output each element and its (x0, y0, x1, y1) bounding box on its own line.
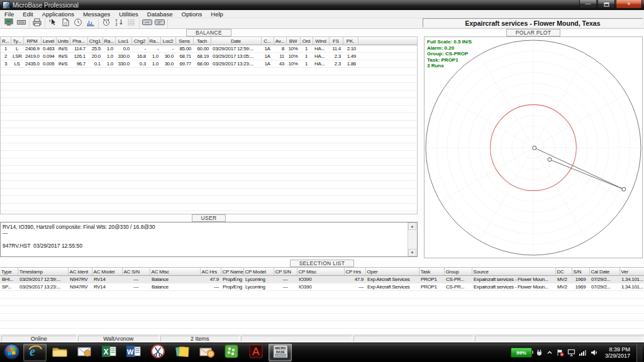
column-header[interactable]: Oper (365, 268, 419, 276)
toolbar-printer-button[interactable] (31, 19, 43, 28)
column-header[interactable]: Ver (619, 268, 644, 276)
action-center-flag-icon[interactable] (556, 349, 564, 356)
column-header[interactable]: Level (41, 37, 56, 45)
column-header[interactable]: Ra... (103, 37, 115, 45)
hidden-icons-chevron-icon[interactable] (547, 349, 553, 356)
column-header[interactable]: Wind (313, 37, 329, 45)
user-scrollbar[interactable]: ▲ ▼ (408, 222, 417, 256)
column-header[interactable]: Loc1 (115, 37, 131, 45)
column-header[interactable]: Tach (193, 37, 211, 45)
start-button[interactable] (0, 343, 23, 362)
menu-item-database[interactable]: Database (143, 10, 177, 18)
toolbar-keyboard-button[interactable] (15, 19, 28, 28)
column-header[interactable]: AC Model (92, 268, 122, 276)
table-row[interactable]: SP...03/29/2017 13:23:...N947RVRV14—Bala… (0, 283, 644, 291)
column-header[interactable]: CP Name (221, 268, 243, 276)
column-header[interactable]: Pha... (70, 37, 87, 45)
scroll-down-icon[interactable]: ▼ (408, 249, 416, 256)
column-header[interactable]: Timestamp (18, 268, 68, 276)
table-row[interactable]: 1L2406.90.463IN/S114.725.51.00.0---85.00… (1, 45, 417, 53)
toolbar-document-button[interactable] (59, 19, 72, 28)
column-header[interactable]: Cal Date (589, 268, 619, 276)
tray-clock[interactable]: 8:39 PM 3/29/2017 (602, 346, 633, 359)
column-header[interactable]: CP S/N (274, 268, 297, 276)
taskbar-live-mail[interactable] (72, 344, 96, 361)
column-header[interactable]: AC S/N (122, 268, 150, 276)
column-header[interactable]: Chg1 (87, 37, 103, 45)
show-desktop-button[interactable] (636, 343, 643, 362)
column-header[interactable]: R... (1, 37, 11, 45)
maximize-button[interactable] (597, 0, 615, 9)
column-header[interactable]: AC Ident (68, 268, 92, 276)
column-header[interactable]: Source (472, 268, 555, 276)
column-header[interactable]: CP Hrs (344, 268, 365, 276)
column-header[interactable]: CP Model (243, 268, 274, 276)
minimize-icon: — (586, 1, 591, 7)
taskbar-word[interactable]: W (121, 344, 145, 361)
column-header[interactable]: Ra... (148, 37, 160, 45)
column-header[interactable]: C... (261, 37, 274, 45)
toolbar-spectrum-button[interactable] (84, 19, 97, 28)
toolbar-display-sd-button[interactable] (153, 19, 166, 28)
volume-icon[interactable] (590, 349, 599, 356)
taskbar-windows-explorer[interactable] (48, 344, 71, 361)
titlebar[interactable]: MicroBase Professional — × (0, 0, 644, 10)
column-header[interactable]: Chg2 (131, 37, 148, 45)
toolbar-pointer-button[interactable] (47, 19, 59, 28)
taskbar-sticky-notes[interactable] (170, 344, 194, 361)
column-header[interactable]: AC Misc (150, 268, 200, 276)
scroll-up-icon[interactable]: ▲ (408, 222, 416, 230)
toolbar-clock-button[interactable] (72, 19, 84, 28)
menu-item-utilities[interactable]: Utilities (114, 10, 143, 18)
taskbar-internet-explorer[interactable]: e (23, 344, 47, 361)
column-header[interactable]: Ord (300, 37, 313, 45)
toolbar-monitor-button[interactable] (3, 19, 15, 28)
column-header[interactable]: Loc2 (160, 37, 175, 45)
table-row[interactable]: 2LSR2419.00.094IN/S126.120.01.0330.016.8… (1, 53, 417, 60)
menu-item-messages[interactable]: Messages (79, 10, 114, 18)
column-header[interactable]: Type (0, 268, 18, 276)
column-header[interactable]: Task (419, 268, 444, 276)
column-header[interactable]: Sens (175, 37, 193, 45)
column-header[interactable]: S/N (572, 268, 589, 276)
table-row[interactable]: BHI...03/29/2017 12:59:...N947RVRV14—Bal… (0, 276, 644, 283)
column-header[interactable]: PK. (343, 37, 358, 45)
column-header[interactable]: RPM (23, 37, 41, 45)
taskbar-excel[interactable]: X (97, 344, 120, 361)
column-header[interactable]: BW (286, 37, 300, 45)
column-header[interactable]: Units (56, 37, 70, 45)
table-row[interactable]: 3LS2435.00.005IN/S96.70.11.0330.00.31.03… (1, 60, 417, 68)
table-cell: Lycoming (243, 276, 274, 283)
toolbar-display-en-button[interactable] (141, 19, 153, 28)
power-icon[interactable] (535, 349, 543, 356)
menu-item-file[interactable]: File (0, 10, 18, 18)
menu-item-applications[interactable]: Applications (38, 10, 79, 18)
column-header[interactable]: CP Misc (297, 268, 344, 276)
taskbar-groove[interactable] (219, 344, 243, 361)
signal-icon[interactable] (579, 349, 587, 356)
taskbar-snipping-tool[interactable] (146, 344, 169, 361)
column-header[interactable]: DC (555, 268, 572, 276)
close-button[interactable]: × (616, 0, 642, 9)
menu-item-help[interactable]: Help (206, 10, 228, 18)
taskbar-outlook[interactable] (195, 344, 218, 361)
taskbar-microbase[interactable]: MICROBASE (269, 344, 292, 361)
taskbar-adobe-reader[interactable] (244, 344, 267, 361)
column-header[interactable]: Group (444, 268, 472, 276)
toolbar-grid-button[interactable] (125, 19, 138, 28)
column-header[interactable]: FS (329, 37, 343, 45)
menu-item-edit[interactable]: Edit (18, 10, 37, 18)
network-icon[interactable] (567, 349, 575, 356)
minimize-button[interactable]: — (579, 0, 597, 9)
battery-icon[interactable]: 99% (511, 348, 532, 358)
toolbar-sort-text-button[interactable]: Tz (113, 19, 125, 28)
microbase-window: MicroBase Professional — × FileEditAppli… (0, 0, 644, 362)
toolbar-alarm-button[interactable] (100, 19, 113, 28)
column-header[interactable]: Av... (274, 37, 286, 45)
menu-item-options[interactable]: Options (177, 10, 207, 18)
column-header[interactable]: Date (211, 37, 261, 45)
column-header[interactable]: Ty... (11, 37, 23, 45)
selection-list-table: TypeTimestampAC IdentAC ModelAC S/NAC Mi… (0, 267, 644, 334)
user-notes-box[interactable]: RV14, IO390, Hartzell composite: Final W… (0, 222, 418, 257)
column-header[interactable]: AC Hrs (200, 268, 221, 276)
